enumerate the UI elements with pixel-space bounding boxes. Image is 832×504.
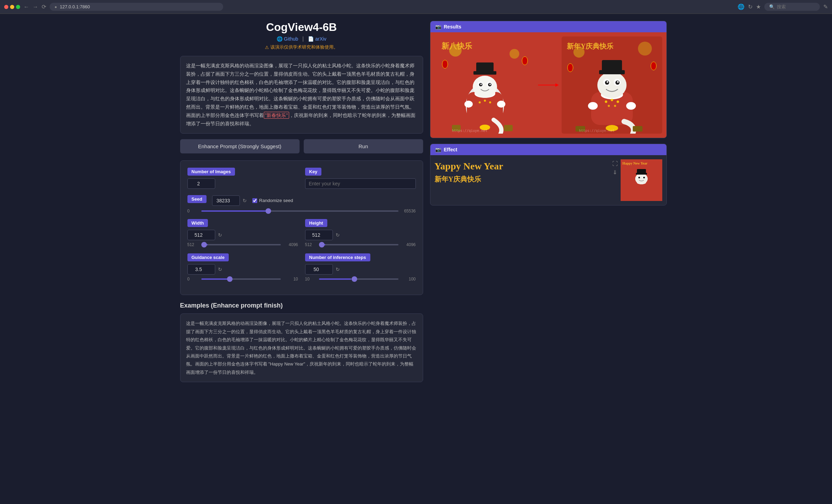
width-height-row: Width ↻ 512 4096 Height ↻ — [187, 219, 416, 247]
svg-text:新八快乐: 新八快乐 — [442, 42, 472, 50]
svg-point-44 — [617, 81, 619, 83]
svg-point-16 — [489, 84, 491, 85]
svg-point-3 — [442, 60, 448, 68]
favorites-icon[interactable]: ✎ — [823, 3, 828, 10]
svg-point-50 — [611, 99, 613, 101]
refresh-icon[interactable]: ↻ — [748, 3, 753, 10]
browser-chrome: ← → ⟳ ● 127.0.0.1:7860 🌐 ↻ ★ 🔍 ✎ — [0, 0, 832, 14]
steps-slider-row: 10 100 — [305, 277, 416, 282]
seed-slider[interactable] — [201, 210, 398, 212]
arxiv-link[interactable]: 📄 arXiv — [308, 36, 326, 42]
svg-point-35 — [651, 62, 656, 70]
effect-header: 📷 Effect — [430, 144, 666, 155]
back-btn[interactable]: ← — [24, 4, 29, 10]
width-slider-row: 512 4096 — [187, 242, 298, 247]
effect-label: Effect — [444, 147, 457, 152]
seed-reset-button[interactable]: ↻ — [243, 198, 247, 203]
snake-svg-2: 新年Y庆典快乐 — [562, 36, 662, 134]
guidance-label: Guidance scale — [187, 253, 229, 261]
height-reset-button[interactable]: ↻ — [336, 232, 340, 238]
forward-btn[interactable]: → — [33, 4, 38, 10]
svg-point-15 — [480, 84, 482, 85]
minimize-dot[interactable] — [10, 5, 14, 9]
images-key-row: Number of Images Key — [187, 168, 416, 189]
num-images-input[interactable] — [187, 178, 215, 189]
effect-image[interactable]: Happy New Year — [621, 159, 662, 201]
seed-max-label: 65536 — [402, 209, 416, 213]
divider: | — [302, 36, 304, 42]
snake-svg-1: 新八快乐 — [435, 36, 535, 134]
seed-min-label: 0 — [187, 209, 198, 213]
seed-label: Seed — [187, 195, 207, 203]
star-icon[interactable]: ★ — [756, 3, 761, 10]
examples-title: Examples (Enhance prompt finish) — [180, 302, 423, 309]
num-images-input-row — [187, 178, 298, 189]
seed-input-group: ↻ — [212, 195, 247, 206]
right-scroll-area[interactable]: 📷 Results — [430, 21, 667, 205]
guidance-input-row: ↻ — [187, 264, 298, 275]
width-reset-button[interactable]: ↻ — [218, 232, 222, 238]
svg-text:新年Y庆典快乐: 新年Y庆典快乐 — [567, 42, 613, 50]
height-slider-row: 512 4096 — [305, 242, 416, 247]
browser-actions: 🌐 ↻ ★ — [738, 3, 761, 10]
address-bar[interactable]: ● 127.0.0.1:7860 — [50, 3, 223, 11]
refresh-btn[interactable]: ⟳ — [42, 3, 46, 10]
steps-reset-button[interactable]: ↻ — [336, 267, 340, 272]
svg-point-19 — [464, 101, 473, 108]
svg-text:https://qiuye.net: https://qiuye.net — [452, 129, 487, 133]
results-images-container: 新八快乐 — [430, 32, 666, 138]
guidance-group: Guidance scale ↻ 0 10 — [187, 253, 298, 282]
width-group: Width ↻ 512 4096 — [187, 219, 298, 247]
close-dot[interactable] — [4, 5, 8, 9]
steps-group: Number of inference steps ↻ 10 100 — [305, 253, 416, 282]
effect-download-button[interactable]: ⇓ — [612, 169, 618, 176]
seed-input[interactable] — [212, 195, 240, 206]
examples-section: Examples (Enhance prompt finish) 这是一幅充满皮… — [180, 302, 423, 382]
prompt-textarea[interactable]: 这是一幅充满皮克斯风格的动画渲染图像，展现了一只拟人化的粘土风格小蛇。这条快乐的… — [180, 56, 423, 134]
prompt-text-before: 这是一幅充满皮克斯风格的动画渲染图像，展现了一只拟人化的粘土风格小蛇。这条快乐的… — [186, 63, 414, 118]
translate-icon[interactable]: 🌐 — [738, 3, 745, 10]
search-bar[interactable]: 🔍 — [764, 3, 820, 11]
width-label: Width — [187, 219, 208, 227]
action-buttons-row: Enhance Prompt (Strongly Suggest) Run — [180, 139, 423, 153]
results-section: 📷 Results — [430, 21, 667, 138]
svg-point-65 — [638, 177, 640, 178]
maximize-dot[interactable] — [16, 5, 20, 9]
steps-input-row: ↻ — [305, 264, 416, 275]
guidance-slider[interactable] — [201, 278, 281, 280]
svg-point-62 — [635, 173, 648, 184]
key-input-row — [305, 178, 416, 189]
github-link[interactable]: 🌐 Github — [277, 36, 298, 42]
svg-point-32 — [638, 42, 652, 56]
page-header: CogView4-6B 🌐 Github | 📄 arXiv ⚠ 该演示仅供学术… — [180, 21, 423, 50]
steps-input[interactable] — [305, 264, 333, 275]
height-max-label: 4096 — [402, 242, 416, 247]
svg-text:https://qiuye.net: https://qiuye.net — [579, 129, 614, 133]
enhance-prompt-button[interactable]: Enhance Prompt (Strongly Suggest) — [180, 139, 300, 153]
effect-content: Yappy New Year 新年Y庆典快乐 ⛶ ⇓ — [430, 155, 666, 205]
svg-rect-56 — [633, 126, 642, 132]
svg-point-66 — [643, 177, 645, 178]
svg-point-38 — [597, 72, 627, 98]
search-input[interactable] — [777, 4, 812, 9]
svg-point-47 — [588, 102, 598, 110]
randomize-seed-label[interactable]: Randomize seed — [252, 198, 293, 203]
width-input[interactable] — [187, 230, 215, 240]
height-slider[interactable] — [319, 244, 398, 245]
steps-min-label: 10 — [305, 277, 316, 282]
steps-slider[interactable] — [319, 278, 398, 280]
result-image-2[interactable]: 新年Y庆典快乐 — [562, 36, 662, 134]
svg-marker-29 — [555, 83, 559, 87]
effect-expand-button[interactable]: ⛶ — [612, 161, 618, 167]
guidance-input[interactable] — [187, 264, 215, 275]
result-image-1[interactable]: 新八快乐 — [435, 36, 535, 134]
guidance-reset-button[interactable]: ↻ — [218, 267, 222, 272]
key-input[interactable] — [305, 178, 416, 189]
window-controls — [4, 5, 20, 9]
randomize-seed-checkbox[interactable] — [252, 198, 257, 203]
height-input[interactable] — [305, 230, 333, 240]
seed-slider-row: 0 65536 — [187, 209, 416, 213]
warning-banner: ⚠ 该演示仅供学术研究和体验使用。 — [180, 44, 423, 50]
width-slider[interactable] — [201, 244, 281, 245]
run-button[interactable]: Run — [304, 139, 423, 153]
